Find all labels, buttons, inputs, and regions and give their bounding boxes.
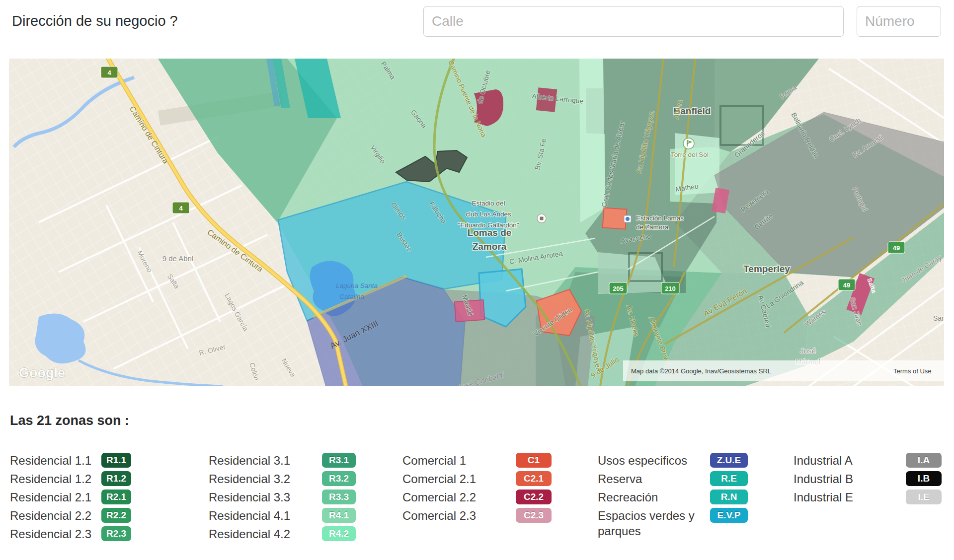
legend-column-1: Residencial 1.1R1.1 Residencial 1.2R1.2 … [10,453,131,545]
zone-label: Residencial 3.3 [209,490,290,505]
torre-del-sol-icon[interactable] [683,138,694,149]
legend-row: Residencial 4.1R4.1 [209,508,356,523]
legend-row: Industrial AI.A [794,453,942,468]
route-4-shield-a: 4 [101,67,118,78]
zone-badge: R.N [710,490,748,504]
zone-label: Industrial E [794,490,853,505]
legend-row: Residencial 3.2R3.2 [209,471,356,487]
legend-column-4: Usos especificosZ.U.E ReservaR.E Recreac… [598,453,748,542]
address-question-label: Dirección de su negocio ? [12,13,178,29]
route-4-shield-b: 4 [172,202,189,213]
label-laguna-1: Laguna Santa [336,282,378,289]
label-torre-del-sol: Torre del Sol [671,151,709,158]
zone-badge: R.E [710,471,748,486]
label-9-de-abril: 9 de Abril [162,254,194,263]
label-estadio-1: Estadio del [472,200,505,207]
legend-row: RecreaciónR.N [598,490,748,505]
zone-badge: Z.U.E [710,453,748,468]
legend-row: Comercial 2.2C2.2 [402,490,552,505]
legend-row: Residencial 3.3R3.3 [209,490,356,505]
zone-badge: R2.2 [101,508,131,523]
zoning-map-svg: 4 4 205 210 49 49 9 de Abril Lomas de Za… [9,59,944,386]
zone-badge: R1.1 [101,453,131,468]
zone-badge: I.B [906,471,942,486]
legend-row: Residencial 2.2R2.2 [10,508,131,523]
zone-badge: R2.1 [101,490,131,504]
zone-label: Reserva [598,471,642,487]
label-estadio-3: "Eduardo Gallardón" [458,221,519,229]
zone-badge: R3.3 [322,490,356,504]
zone-label: Residencial 2.2 [10,508,91,523]
zone-label: Residencial 2.1 [10,490,91,505]
zone-label: Espacios verdes y parques [598,508,702,539]
street-sar: Sar [933,314,944,322]
svg-text:205: 205 [613,285,624,292]
legend-row: Industrial EI.E [794,490,942,505]
zone-label: Residencial 4.2 [209,526,290,542]
zone-label: Residencial 1.1 [10,453,91,468]
label-estacion-1: Estación Lomas [636,214,684,222]
number-input[interactable] [857,6,941,37]
zone-label: Residencial 1.2 [10,471,91,487]
svg-text:49: 49 [893,244,900,252]
legend-column-3: Comercial 1C1 Comercial 2.1C2.1 Comercia… [402,453,552,526]
zone-badge: R3.1 [322,453,356,468]
label-estacion-2: de Zamora [636,223,669,231]
label-temperley: Temperley [743,264,790,274]
map-canvas[interactable]: 4 4 205 210 49 49 9 de Abril Lomas de Za… [9,59,944,386]
zone-label: Residencial 4.1 [209,508,290,523]
zoning-map-page: Dirección de su negocio ? [0,0,954,560]
street-input[interactable] [423,6,844,37]
zone-label: Comercial 2.2 [402,490,476,505]
zone-badge: R4.1 [322,508,356,523]
label-estadio-2: club Los Andes [466,210,511,218]
svg-text:4: 4 [179,205,183,212]
label-lomas-line2: Zamora [473,241,507,252]
zone-label: Recreación [598,490,658,505]
route-49-shield-b: 49 [838,279,855,290]
legend-row: Comercial 2.1C2.1 [402,471,552,487]
zone-label: Usos especificos [598,453,687,468]
label-laguna-2: Catalina [339,293,364,300]
zone-label: Residencial 3.1 [209,453,290,468]
estacion-icon[interactable] [624,215,631,222]
route-49-shield-a: 49 [888,242,905,253]
route-205-shield: 205 [609,282,627,294]
label-jose-marmol-1: José [800,347,816,355]
legend-row: Residencial 3.1R3.1 [209,453,356,468]
zone-label: Residencial 2.3 [10,526,91,542]
svg-text:210: 210 [665,285,676,292]
svg-text:49: 49 [843,281,850,289]
zone-label: Comercial 1 [402,453,466,468]
legend-row: Industrial BI.B [794,471,942,487]
zone-badge: R4.2 [322,526,356,541]
zone-badge: R3.2 [322,471,356,486]
legend-row: Comercial 2.3C2.3 [402,508,552,523]
zone-badge: R2.3 [101,526,131,541]
legend-row: Espacios verdes y parquesE.V.P [598,508,748,539]
zone-c1-estacion[interactable] [603,208,627,229]
google-logo: Google [19,365,65,380]
zone-badge: I.E [906,490,942,504]
legend-row: Residencial 1.2R1.2 [10,471,131,487]
zone-badge: C2.1 [516,471,552,486]
zone-badge: C1 [516,453,552,468]
terms-of-use-link[interactable]: Terms of Use [893,367,932,375]
route-210-shield: 210 [661,282,679,294]
legend-row: Residencial 2.3R2.3 [10,526,131,542]
zone-label: Comercial 2.3 [402,508,476,523]
svg-text:4: 4 [107,69,111,76]
map-attribution: Map data ©2014 Google, Inav/Geosistemas … [631,367,771,375]
estadio-icon[interactable] [537,214,546,223]
legend-row: Residencial 2.1R2.1 [10,490,131,505]
zone-badge: C2.2 [516,490,552,504]
legend-row: ReservaR.E [598,471,748,487]
legend-title: Las 21 zonas son : [10,413,129,428]
legend-column-2: Residencial 3.1R3.1 Residencial 3.2R3.2 … [209,453,356,545]
zone-badge: C2.3 [516,508,552,523]
zone-badge: R1.2 [101,471,131,486]
legend-row: Residencial 1.1R1.1 [10,453,131,468]
zone-badge: E.V.P [710,508,748,523]
zone-label: Residencial 3.2 [209,471,290,487]
zone-badge: I.A [906,453,942,468]
